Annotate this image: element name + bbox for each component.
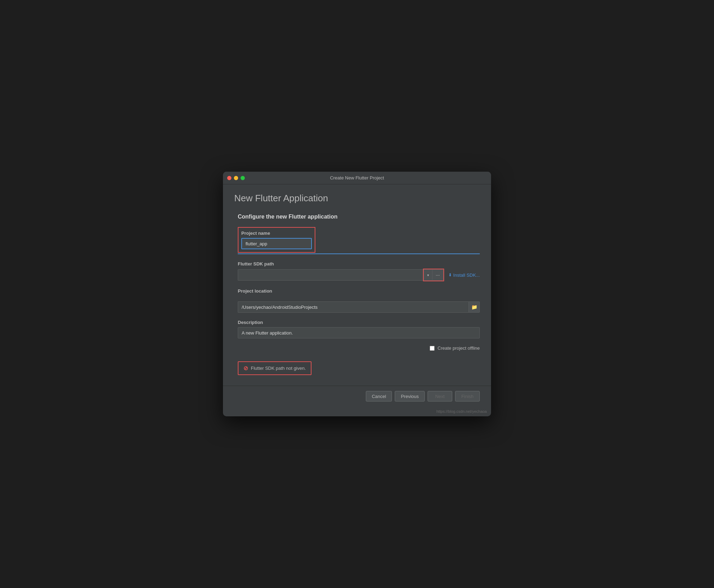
- project-name-highlight-box: Project name: [238, 227, 315, 253]
- window-controls: [227, 176, 245, 180]
- window-title: Create New Flutter Project: [330, 175, 384, 180]
- location-spacer: [238, 296, 480, 301]
- offline-label: Create project offline: [437, 345, 480, 351]
- sdk-path-row: ▾ ··· ⬇ Install SDK...: [238, 269, 480, 281]
- dialog-window: Create New Flutter Project New Flutter A…: [223, 172, 491, 416]
- project-location-input[interactable]: [238, 301, 468, 313]
- project-location-label: Project location: [238, 288, 480, 294]
- project-name-underline: [238, 253, 480, 254]
- sdk-browse-button[interactable]: ···: [432, 269, 443, 281]
- description-group: Description: [238, 320, 480, 338]
- section-title: Configure the new Flutter application: [238, 214, 480, 220]
- title-bar: Create New Flutter Project: [223, 172, 491, 184]
- close-button[interactable]: [227, 176, 231, 180]
- ellipsis-icon: ···: [436, 272, 440, 278]
- dialog-footer: Cancel Previous Next Finish: [223, 386, 491, 408]
- offline-row: Create project offline: [238, 345, 480, 351]
- location-row: 📁: [238, 301, 480, 313]
- maximize-button[interactable]: [241, 176, 245, 180]
- description-label: Description: [238, 320, 480, 325]
- description-input[interactable]: [238, 327, 480, 338]
- error-message: Flutter SDK path not given.: [251, 366, 306, 371]
- window-body: New Flutter Application Configure the ne…: [223, 184, 491, 386]
- url-bar: https://blog.csdn.net/yechaoa: [223, 408, 491, 416]
- error-box: ⊘ Flutter SDK path not given.: [238, 361, 311, 375]
- previous-button[interactable]: Previous: [395, 391, 425, 402]
- minimize-button[interactable]: [234, 176, 238, 180]
- next-button[interactable]: Next: [428, 391, 452, 402]
- sdk-dropdown-button[interactable]: ▾: [424, 269, 432, 281]
- project-location-group: Project location 📁: [238, 288, 480, 313]
- sdk-path-label: Flutter SDK path: [238, 261, 480, 267]
- folder-icon: 📁: [471, 304, 477, 310]
- sdk-path-group: Flutter SDK path ▾ ··· ⬇ Install SDK...: [238, 261, 480, 281]
- project-name-input[interactable]: [241, 238, 312, 249]
- form-content: Configure the new Flutter application Pr…: [234, 214, 480, 375]
- error-section: ⊘ Flutter SDK path not given.: [238, 361, 480, 375]
- page-title: New Flutter Application: [234, 193, 480, 204]
- sdk-controls-highlight: ▾ ···: [423, 269, 444, 281]
- install-sdk-link[interactable]: ⬇ Install SDK...: [448, 272, 480, 278]
- offline-checkbox[interactable]: [430, 346, 435, 351]
- download-icon: ⬇: [448, 272, 452, 277]
- project-name-label: Project name: [241, 231, 312, 236]
- cancel-button[interactable]: Cancel: [366, 391, 392, 402]
- error-icon: ⊘: [243, 365, 248, 372]
- chevron-down-icon: ▾: [427, 273, 429, 277]
- project-name-group: Project name: [238, 227, 480, 254]
- finish-button[interactable]: Finish: [455, 391, 480, 402]
- sdk-path-input[interactable]: [238, 269, 423, 281]
- location-browse-button[interactable]: 📁: [468, 301, 480, 313]
- footer-url: https://blog.csdn.net/yechaoa: [436, 409, 487, 414]
